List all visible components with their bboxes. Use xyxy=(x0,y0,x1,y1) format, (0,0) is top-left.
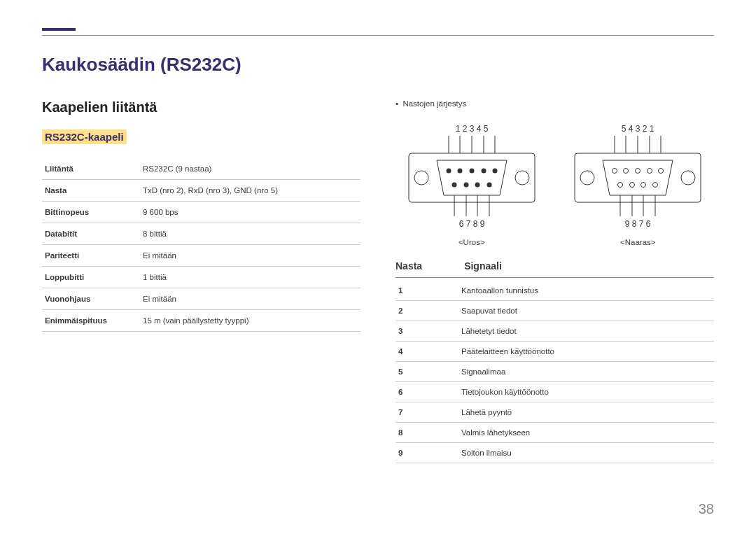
svg-point-12 xyxy=(481,169,486,174)
table-row: Enimmäispituus15 m (vain päällystetty ty… xyxy=(42,310,360,332)
table-row: 3Lähetetyt tiedot xyxy=(396,321,714,342)
svg-point-14 xyxy=(451,183,456,188)
table-row: 9Soiton ilmaisu xyxy=(396,443,714,463)
svg-point-30 xyxy=(580,171,594,185)
svg-point-37 xyxy=(618,183,623,188)
svg-point-40 xyxy=(653,183,658,188)
table-row: 4Päätelaitteen käyttöönotto xyxy=(396,342,714,362)
spec-value: Ei mitään xyxy=(140,288,360,310)
table-row: VuonohjausEi mitään xyxy=(42,288,360,310)
svg-point-13 xyxy=(492,169,497,174)
svg-point-35 xyxy=(648,169,652,174)
svg-point-34 xyxy=(636,169,640,174)
svg-point-36 xyxy=(659,169,664,174)
svg-point-7 xyxy=(414,171,428,185)
table-row: 6Tietojoukon käyttöönotto xyxy=(396,382,714,402)
svg-text:6   7   8   9: 6 7 8 9 xyxy=(458,219,484,229)
spec-value: Ei mitään xyxy=(140,245,360,267)
pin-number: 8 xyxy=(396,423,458,443)
pin-signal: Signaalimaa xyxy=(458,362,714,382)
connector-female: 5 4 3 2 1 xyxy=(568,122,708,246)
svg-point-15 xyxy=(463,183,468,188)
svg-text:9   8   7   6: 9 8 7 6 xyxy=(625,219,651,229)
left-column: Kaapelien liitäntä RS232C-kaapeli Liitän… xyxy=(42,99,360,463)
table-row: 8Valmis lähetykseen xyxy=(396,423,714,443)
table-row: 2Saapuvat tiedot xyxy=(396,301,714,321)
svg-text:1   2   3   4   5: 1 2 3 4 5 xyxy=(455,124,488,134)
pin-table-header: Nasta Signaali xyxy=(396,260,714,278)
table-row: Databitit8 bittiä xyxy=(42,223,360,245)
pin-number: 9 xyxy=(396,443,458,463)
accent-bar xyxy=(42,28,76,31)
pin-order-label: • Nastojen järjestys xyxy=(396,99,714,108)
svg-point-8 xyxy=(515,171,529,185)
pin-signal: Kantoaallon tunnistus xyxy=(458,281,714,301)
right-column: • Nastojen järjestys 1 2 3 4 5 xyxy=(396,99,714,463)
spec-value: 1 bittiä xyxy=(140,267,360,288)
pin-number: 3 xyxy=(396,321,458,342)
pin-number: 1 xyxy=(396,281,458,301)
pin-col-head: Nasta xyxy=(396,260,422,272)
table-row: 1Kantoaallon tunnistus xyxy=(396,281,714,301)
spec-label: Liitäntä xyxy=(42,158,140,180)
pin-number: 6 xyxy=(396,382,458,402)
pin-number: 2 xyxy=(396,301,458,321)
spec-label: Loppubitti xyxy=(42,267,140,288)
svg-point-9 xyxy=(446,169,451,174)
spec-label: Bittinopeus xyxy=(42,202,140,223)
table-row: NastaTxD (nro 2), RxD (nro 3), GND (nro … xyxy=(42,180,360,202)
svg-point-16 xyxy=(475,183,479,188)
spec-label: Databitit xyxy=(42,223,140,245)
connectors-row: 1 2 3 4 5 xyxy=(396,122,714,246)
table-row: PariteettiEi mitään xyxy=(42,245,360,267)
spec-value: 8 bittiä xyxy=(140,223,360,245)
svg-point-38 xyxy=(630,183,635,188)
sig-col-head: Signaali xyxy=(464,260,502,272)
male-label: <Uros> xyxy=(402,238,542,246)
pin-signal: Lähetetyt tiedot xyxy=(458,321,714,342)
pin-number: 4 xyxy=(396,342,458,362)
table-row: 5Signaalimaa xyxy=(396,362,714,382)
top-rule xyxy=(42,35,714,36)
spec-label: Nasta xyxy=(42,180,140,202)
pin-number: 5 xyxy=(396,362,458,382)
spec-label: Vuonohjaus xyxy=(42,288,140,310)
pin-table: 1Kantoaallon tunnistus2Saapuvat tiedot3L… xyxy=(396,281,714,463)
pin-signal: Saapuvat tiedot xyxy=(458,301,714,321)
pin-signal: Lähetä pyyntö xyxy=(458,402,714,423)
pin-signal: Soiton ilmaisu xyxy=(458,443,714,463)
spec-value: 9 600 bps xyxy=(140,202,360,223)
table-row: 7Lähetä pyyntö xyxy=(396,402,714,423)
svg-point-39 xyxy=(641,183,646,188)
svg-point-11 xyxy=(469,169,474,174)
svg-point-32 xyxy=(612,169,617,174)
table-row: Loppubitti1 bittiä xyxy=(42,267,360,288)
pin-signal: Valmis lähetykseen xyxy=(458,423,714,443)
pin-signal: Päätelaitteen käyttöönotto xyxy=(458,342,714,362)
db9-female-icon: 5 4 3 2 1 xyxy=(568,122,708,234)
spec-value: RS232C (9 nastaa) xyxy=(140,158,360,180)
svg-point-17 xyxy=(486,183,491,188)
page-title: Kaukosäädin (RS232C) xyxy=(42,54,714,76)
table-row: LiitäntäRS232C (9 nastaa) xyxy=(42,158,360,180)
pin-number: 7 xyxy=(396,402,458,423)
female-label: <Naaras> xyxy=(568,238,708,246)
svg-text:5   4   3   2   1: 5 4 3 2 1 xyxy=(622,124,654,134)
connector-male: 1 2 3 4 5 xyxy=(402,122,542,246)
svg-point-33 xyxy=(624,169,629,174)
db9-male-icon: 1 2 3 4 5 xyxy=(402,122,542,234)
spec-table: LiitäntäRS232C (9 nastaa)NastaTxD (nro 2… xyxy=(42,158,360,332)
spec-label: Enimmäispituus xyxy=(42,310,140,332)
table-row: Bittinopeus9 600 bps xyxy=(42,202,360,223)
cable-heading: RS232C-kaapeli xyxy=(42,129,127,144)
pin-signal: Tietojoukon käyttöönotto xyxy=(458,382,714,402)
section-subtitle: Kaapelien liitäntä xyxy=(42,99,360,115)
spec-value: TxD (nro 2), RxD (nro 3), GND (nro 5) xyxy=(140,180,360,202)
spec-value: 15 m (vain päällystetty tyyppi) xyxy=(140,310,360,332)
spec-label: Pariteetti xyxy=(42,245,140,267)
svg-point-31 xyxy=(681,171,695,185)
svg-point-10 xyxy=(457,169,462,174)
page-number: 38 xyxy=(699,501,714,517)
